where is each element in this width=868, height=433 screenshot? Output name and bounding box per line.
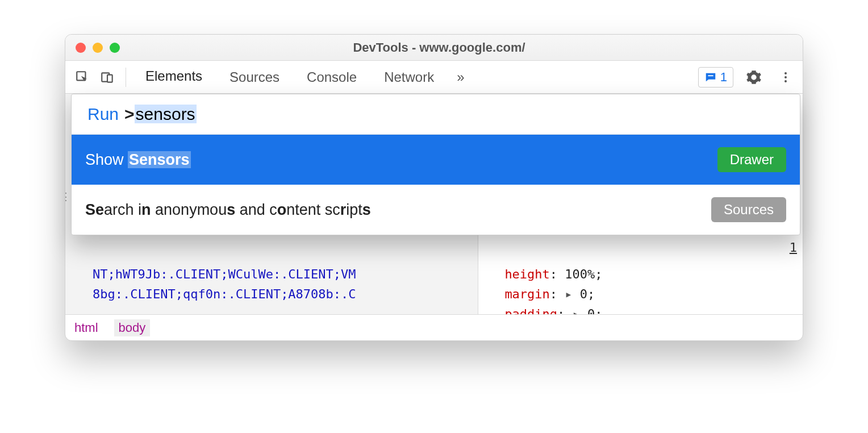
command-menu: Run >sensors Show Sensors Drawer Search … (71, 94, 800, 235)
svg-point-6 (784, 80, 787, 82)
titlebar: DevTools - www.google.com/ (65, 35, 803, 61)
command-item-show-sensors[interactable]: Show Sensors Drawer (72, 135, 800, 185)
css-rule-line: padding: ▸ 0; (490, 304, 791, 314)
close-icon[interactable] (76, 43, 86, 53)
window-title: DevTools - www.google.com/ (120, 40, 758, 55)
command-item-search-scripts[interactable]: Search in anonymous and content scripts … (72, 185, 800, 235)
command-input[interactable]: >sensors (124, 105, 197, 124)
feedback-count: 1 (720, 70, 727, 85)
breadcrumb-item[interactable]: html (74, 320, 98, 335)
command-input-row[interactable]: Run >sensors (72, 94, 800, 134)
command-item-pill: Drawer (717, 147, 786, 172)
zoom-icon[interactable] (110, 43, 120, 53)
dom-line: NT;hWT9Jb:.CLIENT;WCulWe:.CLIENT;VM (93, 264, 466, 284)
toolbar: Elements Sources Console Network » 1 (65, 61, 803, 94)
css-rule-line: margin: ▸ 0; (490, 284, 791, 304)
tab-network[interactable]: Network (372, 61, 446, 94)
style-origin-badge[interactable]: 1 (790, 238, 797, 257)
tab-sources[interactable]: Sources (217, 61, 292, 94)
inspect-icon[interactable] (71, 66, 94, 89)
svg-rect-3 (708, 75, 713, 76)
breadcrumb-item-selected[interactable]: body (114, 319, 151, 336)
gear-icon[interactable] (742, 66, 765, 89)
minimize-icon[interactable] (93, 43, 103, 53)
command-run-label: Run (87, 105, 119, 124)
device-toggle-icon[interactable] (96, 66, 119, 89)
command-item-pill: Sources (711, 197, 786, 222)
command-item-label: Search in anonymous and content scripts (85, 201, 371, 219)
feedback-badge[interactable]: 1 (698, 67, 733, 88)
tab-elements[interactable]: Elements (133, 61, 215, 94)
svg-point-4 (784, 72, 787, 74)
divider (126, 68, 126, 87)
svg-rect-2 (107, 74, 112, 82)
css-rule-line: height: 100%; (490, 264, 791, 284)
tab-console[interactable]: Console (294, 61, 369, 94)
tabs-more[interactable]: » (449, 61, 472, 94)
svg-point-5 (784, 76, 787, 78)
command-item-label: Show Sensors (85, 151, 191, 169)
traffic-lights (76, 43, 120, 53)
breadcrumb: html body (65, 314, 803, 340)
dom-line: 8bg:.CLIENT;qqf0n:.CLIENT;A8708b:.C (93, 284, 466, 304)
command-list: Show Sensors Drawer Search in anonymous … (72, 134, 800, 235)
devtools-window: DevTools - www.google.com/ Elements Sour… (65, 34, 803, 341)
kebab-icon[interactable] (774, 66, 797, 89)
